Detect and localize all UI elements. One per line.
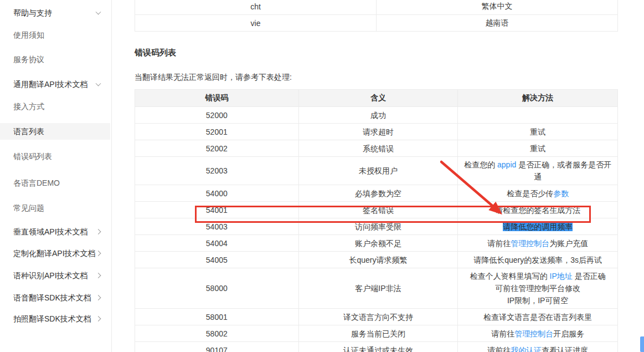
sidebar-item-8[interactable]: 常见问题 xyxy=(0,200,110,216)
cell-meaning: 访问频率受限 xyxy=(298,218,458,235)
cell-error-code: 54004 xyxy=(135,235,299,252)
sidebar-item-9[interactable]: 垂直领域API技术文档 xyxy=(0,223,110,240)
text: 是否正确 xyxy=(573,272,606,280)
sidebar-item-13[interactable]: 拍照翻译SDK技术文档 xyxy=(0,310,110,327)
sidebar-item-label: 拍照翻译SDK技术文档 xyxy=(13,314,91,323)
inline-link[interactable]: appid xyxy=(497,160,516,169)
chevron-down-icon xyxy=(96,9,101,15)
sidebar-item-11[interactable]: 语种识别API技术文档 xyxy=(0,267,110,284)
text: 检查个人资料里填写的 xyxy=(470,272,550,280)
text: IP限制，IP可留空 xyxy=(507,296,568,305)
inline-link[interactable]: 管理控制台 xyxy=(511,239,549,248)
cell-error-code: 58001 xyxy=(135,309,299,325)
sidebar-item-3[interactable]: 通用翻译API技术文档 xyxy=(0,76,110,93)
cell-meaning: 系统错误 xyxy=(298,140,458,157)
cell: 越南语 xyxy=(377,15,618,32)
sidebar-item-label: 接入方式 xyxy=(13,102,44,111)
text: 可前往管理控制平台修改 xyxy=(495,284,580,293)
table-row: 52000成功 xyxy=(135,107,618,124)
chevron-right-icon xyxy=(96,316,101,322)
sidebar-item-12[interactable]: 语音翻译SDK技术文档 xyxy=(0,289,110,306)
sidebar-item-10[interactable]: 定制化翻译API技术文档 xyxy=(0,245,110,262)
cell-error-code: 58000 xyxy=(135,268,299,309)
sidebar-item-7[interactable]: 各语言DEMO xyxy=(0,175,110,191)
text: 检查是否少传 xyxy=(507,189,553,198)
cell-error-code: 54000 xyxy=(135,185,299,202)
cell-solution: 重试 xyxy=(458,140,618,157)
cell-error-code: 54001 xyxy=(135,202,299,218)
cell-meaning: 认证未通过或未生效 xyxy=(298,342,458,352)
cell-solution: 请前往我的认证查看认证进度 xyxy=(458,342,618,352)
scroll-widget-button[interactable] xyxy=(640,336,644,352)
sidebar-item-2[interactable]: 服务协议 xyxy=(0,51,110,68)
inline-link[interactable]: IP地址 xyxy=(550,272,573,280)
cell-meaning: 签名错误 xyxy=(298,202,458,218)
cell-solution: 检查是否少传参数 xyxy=(458,185,618,202)
cell-solution: 请降低您的调用频率 xyxy=(458,218,618,235)
chevron-right-icon xyxy=(96,229,101,234)
text: 请前往 xyxy=(487,239,511,248)
table-row: 58000客户端IP非法检查个人资料里填写的 IP地址 是否正确可前往管理控制平… xyxy=(135,268,618,309)
cell-error-code: 52003 xyxy=(135,157,299,185)
language-table: cht繁体中文vie越南语 xyxy=(135,0,618,32)
table-row: 90107认证未通过或未生效请前往我的认证查看认证进度 xyxy=(135,342,618,352)
sidebar-item-label: 使用须知 xyxy=(13,30,44,39)
text: 检查您的 xyxy=(464,160,497,169)
section-title: 错误码列表 xyxy=(135,48,176,58)
inline-link[interactable]: 参数 xyxy=(553,189,569,198)
error-table: 错误码含义解决方法 52000成功52001请求超时重试52002系统错误重试5… xyxy=(135,89,618,352)
cell-meaning: 未授权用户 xyxy=(298,157,458,185)
chevron-right-icon xyxy=(96,251,101,256)
cell-solution: 检查译文语言是否在语言列表里 xyxy=(458,309,618,325)
sidebar-item-label: 垂直领域API技术文档 xyxy=(13,227,88,236)
table-row: 54004账户余额不足请前往管理控制台为账户充值 xyxy=(135,235,618,252)
cell-meaning: 服务当前已关闭 xyxy=(298,325,458,342)
cell-error-code: 58002 xyxy=(135,325,299,342)
cell-error-code: 52002 xyxy=(135,140,299,157)
sidebar-item-label: 帮助与支持 xyxy=(13,8,52,17)
sidebar-item-6[interactable]: 错误码列表 xyxy=(0,148,110,165)
sidebar-item-1[interactable]: 使用须知 xyxy=(0,27,110,43)
sidebar-item-0[interactable]: 帮助与支持 xyxy=(0,4,110,21)
cell-solution xyxy=(458,107,618,124)
table-row: cht繁体中文 xyxy=(135,0,618,15)
sidebar-item-label: 语音翻译SDK技术文档 xyxy=(13,293,91,302)
table-row: 54001签名错误请检查您的签名生成方法 xyxy=(135,202,618,218)
sidebar-item-label: 常见问题 xyxy=(13,203,44,212)
text: 重试 xyxy=(530,144,545,153)
table-row: 58001译文语言方向不支持检查译文语言是否在语言列表里 xyxy=(135,309,618,325)
cell-meaning: 译文语言方向不支持 xyxy=(298,309,458,325)
cell-solution: 检查个人资料里填写的 IP地址 是否正确可前往管理控制平台修改IP限制，IP可留… xyxy=(458,268,618,309)
sidebar-item-label: 通用翻译API技术文档 xyxy=(13,80,88,89)
text: 请降低长query的发送频率，3s后再试 xyxy=(473,256,602,264)
text: 请前往 xyxy=(487,346,511,352)
table-row: 52002系统错误重试 xyxy=(135,140,618,157)
cell-meaning: 长query请求频繁 xyxy=(298,252,458,268)
cell-solution: 重试 xyxy=(458,124,618,140)
cell-solution: 请前往管理控制台为账户充值 xyxy=(458,235,618,252)
text: 请前往 xyxy=(491,329,514,338)
cell-solution: 请降低长query的发送频率，3s后再试 xyxy=(458,252,618,268)
text: 重试 xyxy=(530,127,545,136)
sidebar-item-4[interactable]: 接入方式 xyxy=(0,98,110,115)
inline-link[interactable]: 我的认证 xyxy=(511,346,542,352)
cell: vie xyxy=(135,15,377,32)
cell-meaning: 成功 xyxy=(298,107,458,124)
sidebar-item-label: 定制化翻译API技术文档 xyxy=(13,249,96,258)
cell-solution: 请前往管理控制台开启服务 xyxy=(458,325,618,342)
inline-link[interactable]: 管理控制台 xyxy=(514,329,553,338)
sidebar-item-label: 服务协议 xyxy=(13,55,44,64)
selected-text: 请降低您的调用频率 xyxy=(503,222,573,231)
cell-error-code: 52001 xyxy=(135,124,299,140)
chevron-right-icon xyxy=(96,273,101,278)
table-row-highlighted: 54003访问频率受限请降低您的调用频率 xyxy=(135,218,618,235)
table-row: 52001请求超时重试 xyxy=(135,124,618,140)
column-header: 含义 xyxy=(298,90,458,107)
sidebar-item-5[interactable]: 语言列表 xyxy=(0,123,110,140)
cell: 繁体中文 xyxy=(377,0,618,15)
table-row: vie越南语 xyxy=(135,15,618,32)
column-header: 解决方法 xyxy=(458,90,618,107)
cell-solution: 检查您的 appid 是否正确，或者服务是否开通 xyxy=(458,157,618,185)
cell: cht xyxy=(135,0,377,15)
page: 帮助与支持使用须知服务协议通用翻译API技术文档接入方式语言列表错误码列表各语言… xyxy=(0,0,644,352)
